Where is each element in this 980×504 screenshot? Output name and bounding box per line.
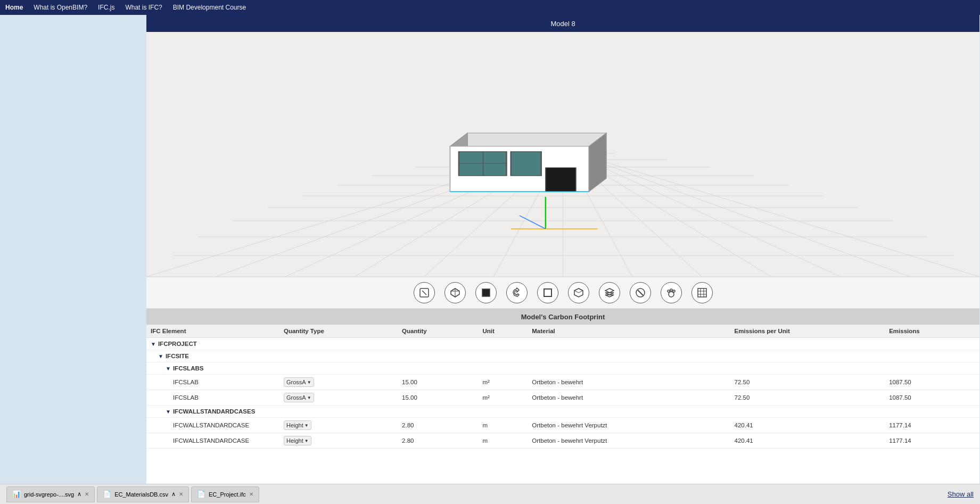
cube-button[interactable] xyxy=(444,282,466,303)
svg-line-40 xyxy=(422,291,426,295)
qty-type-select[interactable]: GrossA xyxy=(284,393,314,402)
col-unit: Unit xyxy=(479,325,528,338)
nav-what-is-ifc[interactable]: What is IFC? xyxy=(125,4,162,11)
bottom-bar: 📊 grid-svgrepo-....svg ∧ ✕ 📄 EC_Material… xyxy=(0,484,980,504)
cancel-button[interactable] xyxy=(630,282,651,303)
tab-project-ifc-close[interactable]: ✕ xyxy=(249,491,253,497)
left-sidebar xyxy=(0,15,146,484)
table-row: IFCWALLSTANDARDCASEHeight2.80mOrtbeton -… xyxy=(146,418,979,433)
nav-ifc-js[interactable]: IFC.js xyxy=(98,4,114,11)
qty-type-select[interactable]: Height xyxy=(284,420,311,430)
col-emissions: Emissions xyxy=(885,325,979,338)
tab-grid-svg-close[interactable]: ✕ xyxy=(85,491,89,497)
table-row: ▼ IFCPROJECT xyxy=(146,338,979,350)
svg-rect-34 xyxy=(511,152,541,176)
model-title: Model 8 xyxy=(550,20,575,28)
rotate-button[interactable] xyxy=(506,282,528,303)
table-row: IFCSLABGrossA15.00m²Ortbeton - bewehrt72… xyxy=(146,390,979,406)
carbon-table-container[interactable]: IFC Element Quantity Type Quantity Unit … xyxy=(146,325,979,484)
carbon-table: IFC Element Quantity Type Quantity Unit … xyxy=(146,325,979,449)
svg-rect-58 xyxy=(698,288,706,297)
carbon-title: Model's Carbon Footprint xyxy=(146,309,979,325)
tab-grid-svg-label: grid-svgrepo-....svg xyxy=(24,491,74,498)
col-quantity: Quantity xyxy=(398,325,478,338)
show-all-button[interactable]: Show all xyxy=(948,490,974,498)
tab-materials-csv-label: EC_MaterialsDB.csv xyxy=(114,491,168,498)
svg-marker-29 xyxy=(450,133,606,146)
top-navigation: Home What is OpenBIM? IFC.js What is IFC… xyxy=(0,0,980,15)
layers-button[interactable] xyxy=(599,282,620,303)
main-area: Model 8 xyxy=(0,15,980,484)
svg-rect-46 xyxy=(544,289,551,296)
grid-button[interactable] xyxy=(691,282,713,303)
svg-line-53 xyxy=(638,290,643,295)
box-outline-button[interactable] xyxy=(568,282,589,303)
svg-point-54 xyxy=(669,292,674,297)
nav-what-is-openbim[interactable]: What is OpenBIM? xyxy=(34,4,87,11)
tab-materials-up[interactable]: ∧ xyxy=(171,491,176,498)
group-label: IFCSLABS xyxy=(173,365,204,371)
viewport-3d[interactable] xyxy=(146,32,979,277)
paw-button[interactable] xyxy=(661,282,682,303)
ifc-file-icon: 📄 xyxy=(197,490,205,498)
svg-marker-45 xyxy=(513,288,519,296)
nav-home[interactable]: Home xyxy=(5,4,23,11)
table-row: ▼ IFCSLABS xyxy=(146,362,979,375)
tab-grid-svg[interactable]: 📊 grid-svgrepo-....svg ∧ ✕ xyxy=(6,486,95,502)
svg-marker-48 xyxy=(574,288,583,293)
svg-point-55 xyxy=(668,290,670,292)
svg-point-57 xyxy=(673,290,675,292)
model-title-bar: Model 8 xyxy=(146,15,979,32)
svg-file-icon: 📊 xyxy=(12,490,21,498)
square-fill-button[interactable] xyxy=(475,282,497,303)
table-row: IFCWALLSTANDARDCASEHeight2.80mOrtbeton -… xyxy=(146,433,979,449)
svg-rect-44 xyxy=(482,289,490,296)
triangle-icon: ▼ xyxy=(158,353,163,359)
group-label: IFCPROJECT xyxy=(158,341,197,347)
triangle-icon: ▼ xyxy=(151,341,156,347)
col-material: Material xyxy=(528,325,730,338)
row-label: IFCSLAB xyxy=(173,394,199,401)
frame-button[interactable] xyxy=(537,282,558,303)
table-row: IFCSLABGrossA15.00m²Ortbeton - bewehrt72… xyxy=(146,375,979,390)
group-label: IFCWALLSTANDARDCASES xyxy=(173,408,255,415)
row-label: IFCWALLSTANDARDCASE xyxy=(173,422,249,428)
svg-point-56 xyxy=(670,289,672,291)
tab-grid-svg-up[interactable]: ∧ xyxy=(77,491,81,498)
viewport-grid xyxy=(146,32,979,277)
pencil-button[interactable] xyxy=(414,282,435,303)
tab-project-ifc[interactable]: 📄 EC_Project.ifc ✕ xyxy=(191,486,259,502)
col-ifc-element: IFC Element xyxy=(146,325,279,338)
col-emissions-per-unit: Emissions per Unit xyxy=(730,325,885,338)
table-row: ▼ IFCWALLSTANDARDCASES xyxy=(146,406,979,418)
col-quantity-type: Quantity Type xyxy=(279,325,398,338)
qty-type-select[interactable]: GrossA xyxy=(284,377,314,387)
table-row: ▼ IFCSITE xyxy=(146,350,979,362)
triangle-icon: ▼ xyxy=(166,366,171,371)
tab-materials-csv-close[interactable]: ✕ xyxy=(179,491,183,497)
center-panel: Model 8 xyxy=(146,15,979,484)
csv-file-icon: 📄 xyxy=(103,490,111,498)
tab-project-ifc-label: EC_Project.ifc xyxy=(209,491,246,498)
nav-bim-course[interactable]: BIM Development Course xyxy=(173,4,246,11)
tab-materials-csv[interactable]: 📄 EC_MaterialsDB.csv ∧ ✕ xyxy=(97,486,189,502)
row-label: IFCSLAB xyxy=(173,379,199,385)
triangle-icon: ▼ xyxy=(166,409,171,415)
svg-marker-51 xyxy=(605,295,614,297)
qty-type-select[interactable]: Height xyxy=(284,436,311,445)
group-label: IFCSITE xyxy=(166,353,189,359)
svg-rect-37 xyxy=(546,168,576,192)
row-label: IFCWALLSTANDARDCASE xyxy=(173,437,249,444)
toolbar xyxy=(146,277,979,309)
svg-marker-49 xyxy=(605,288,614,293)
carbon-section: Model's Carbon Footprint IFC Element Qua… xyxy=(146,309,979,484)
